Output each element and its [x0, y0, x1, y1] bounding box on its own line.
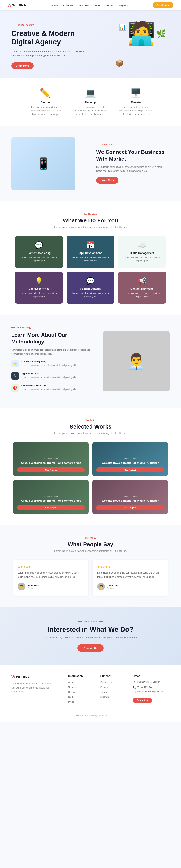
footer-email: ✉️ contact@greatagency.com [133, 690, 170, 693]
cta-button[interactable]: Contact Us [77, 644, 104, 652]
portfolio-cta-1[interactable]: See Project [96, 467, 164, 472]
method-icon-2: 🎯 [11, 384, 19, 392]
footer-link-careers[interactable]: Careers [68, 691, 76, 693]
method-item-1: 🔧 Agile & Iterative Lorem ipsum dolor si… [11, 372, 92, 380]
methodology-tag: Methodology [11, 326, 92, 329]
service-tile-1: 📅 App Development Lorem ipsum dolor sit … [67, 236, 114, 268]
portfolio-card-2: UI Design Theme Create WordPress Theme F… [13, 480, 88, 514]
footer-logo-w: W [11, 675, 15, 679]
hero-section: Digital Agency Creative & Modern Digital… [0, 10, 181, 79]
nav-contact[interactable]: Contact [106, 4, 114, 7]
footer-logo-text: WEBINA [16, 675, 30, 679]
method-text-0: UX Above Everything Lorem ipsum dolor si… [22, 360, 77, 367]
footer-phone-text: 0-800-555-3134 [138, 685, 153, 688]
method-title-0: UX Above Everything [22, 360, 77, 363]
service-design: ✏️ Design Lorem ipsum dolor sit amet, co… [26, 88, 64, 116]
method-icon-0: ⭐ [11, 360, 19, 368]
services-grid: 💬 Content Marketing Lorem ipsum dolor si… [15, 236, 166, 304]
portfolio-card-0: UI Design Theme Create WordPress Theme F… [13, 442, 88, 476]
hero-right: 🧑‍💻 🌿 📦 📊 [113, 22, 170, 71]
portfolio-label-1: UI Design Theme [96, 458, 164, 460]
service-tile-desc-4: Lorem ipsum dolor sit amet, consectetur … [70, 292, 110, 298]
nav-services[interactable]: Services [78, 4, 89, 7]
hero-title: Creative & Modern Digital Agency [11, 29, 90, 46]
footer-col-information: Information About Us Services Careers Bl… [68, 675, 93, 705]
footer: W WEBINA Lorem ipsum dolor sit amet, con… [0, 665, 181, 722]
testi-avatar-0: 👨 [18, 583, 25, 590]
wwd-title: What We Do For You [11, 217, 170, 224]
portfolio-cta-0[interactable]: See Project [17, 467, 85, 472]
testimonials-title: What People Say [11, 541, 170, 548]
footer-link-press[interactable]: Press [68, 701, 74, 703]
method-desc-0: Lorem ipsum dolor sit amet, consectetur … [22, 364, 77, 367]
portfolio-cta-2[interactable]: See Project [17, 505, 85, 510]
footer-link-services[interactable]: Services [68, 686, 77, 688]
about-title: We Connect Your Business With Market [96, 149, 170, 162]
service-tile-3: 💡 User Experience Lorem ipsum dolor sit … [15, 272, 63, 304]
logo-w: W [7, 3, 11, 8]
testi-name-1: John Doe [107, 584, 118, 587]
service-tile-icon-4: 💬 [70, 277, 110, 285]
service-tile-desc-5: Lorem ipsum dolor sit amet, consectetur … [122, 292, 162, 298]
hero-tag: Digital Agency [11, 24, 90, 26]
hero-desc: Lorem ipsum dolor sit amet, consectetur … [11, 50, 90, 58]
service-tile-desc-1: Lorem ipsum dolor sit amet, consectetur … [70, 256, 110, 262]
footer-office: Office 📍 Husner Street, London 📞 0-800-5… [133, 675, 170, 705]
testi-name-0: John Doe [28, 584, 39, 587]
footer-link-blog[interactable]: Blog [68, 696, 73, 698]
method-desc-2: Lorem ipsum dolor sit amet, consectetur … [22, 388, 77, 391]
testi-stars-1: ★★★★★ [97, 565, 163, 569]
about-image: 📱 [11, 137, 85, 190]
services-row: ✏️ Design Lorem ipsum dolor sit amet, co… [0, 79, 181, 126]
methodology-section: Methodology Learn More About Our Methodo… [0, 315, 181, 407]
methodology-left: Methodology Learn More About Our Methodo… [11, 326, 92, 396]
portfolio-desc: Lorem ipsum dolor sit amet, consectetur … [11, 432, 170, 435]
develop-desc: Lorem ipsum dolor sit amet, consectetur … [72, 105, 109, 116]
portfolio-cta-3[interactable]: See Project [96, 505, 164, 510]
footer-cta-button[interactable]: Contact Us [133, 698, 152, 703]
testi-card-1: ★★★★★ Lorem ipsum dolor sit amet, consec… [93, 560, 168, 596]
testimonials-section: Testimony What People Say Lorem ipsum do… [0, 525, 181, 607]
footer-link-privacy[interactable]: Privacy [101, 686, 108, 688]
service-tile-desc-3: Lorem ipsum dolor sit amet, consectetur … [19, 292, 59, 298]
service-elevate: 🖥️ Elevate Lorem ipsum dolor sit amet, c… [117, 88, 155, 116]
logo[interactable]: W WEBINA [7, 3, 26, 8]
service-tile-desc-2: Lorem ipsum dolor sit amet, consectetur … [122, 256, 162, 262]
design-title: Design [26, 101, 64, 104]
method-item-0: ⭐ UX Above Everything Lorem ipsum dolor … [11, 360, 92, 368]
service-tile-icon-1: 📅 [70, 241, 110, 249]
footer-link-sitemap[interactable]: Sitemap [101, 696, 109, 698]
footer-brand-desc: Lorem ipsum dolor sit amet, consectetur … [11, 682, 61, 694]
hero-cta-button[interactable]: Learn More [11, 62, 34, 69]
portfolio-card-title-1: Website Development For Media Publisher [96, 461, 164, 465]
footer-phone: 📞 0-800-555-3134 [133, 685, 170, 688]
nav-work[interactable]: Work [95, 4, 100, 7]
about-illustration: 📱 [11, 137, 75, 190]
footer-link-about[interactable]: About Us [68, 681, 77, 684]
elevate-icon: 🖥️ [117, 88, 155, 98]
testi-author-0: 👨 John Doe Designer [18, 583, 84, 590]
phone-icon: 📞 [133, 685, 136, 688]
service-tile-title-2: Cloud Management [122, 251, 162, 254]
develop-title: Develop [72, 101, 109, 104]
portfolio-grid: UI Design Theme Create WordPress Theme F… [13, 442, 168, 514]
nav-home[interactable]: Home [51, 4, 58, 7]
testi-stars-0: ★★★★★ [18, 565, 84, 569]
testi-author-1: 👨 John Doe Designer [97, 583, 163, 590]
methodology-title: Learn More About Our Methodology [11, 332, 92, 345]
method-icon-1: 🔧 [11, 372, 19, 380]
footer-link-terms[interactable]: Terms [101, 691, 107, 693]
portfolio-card-title-2: Create WordPress Theme For ThemerForest [17, 499, 85, 503]
about-cta-button[interactable]: Learn More [96, 177, 118, 184]
footer-info-links: About Us Services Careers Blog Press [68, 681, 93, 703]
portfolio-label-3: UI Design Theme [96, 495, 164, 497]
nav-pages[interactable]: Pages [119, 4, 128, 7]
footer-link-contact[interactable]: Contact Us [101, 681, 112, 684]
nav-about[interactable]: About Us [63, 4, 73, 7]
methodology-desc: Lorem ipsum dolor sit amet, consectetur … [11, 348, 92, 356]
nav-cta-button[interactable]: Get Started [153, 2, 174, 8]
footer-support-title: Support [101, 675, 125, 678]
service-develop: 💻 Develop Lorem ipsum dolor sit amet, co… [72, 88, 109, 116]
service-tile-4: 💬 Content Strategy Lorem ipsum dolor sit… [67, 272, 114, 304]
testi-text-0: Lorem ipsum dolor sit amet, consectetur … [18, 571, 84, 579]
